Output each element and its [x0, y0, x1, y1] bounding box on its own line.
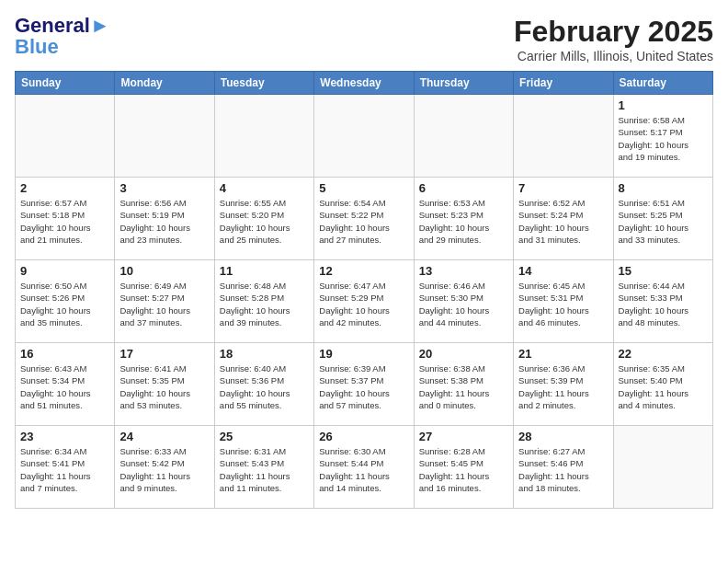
day-info: Sunrise: 6:34 AMSunset: 5:41 PMDaylight:…	[20, 445, 109, 494]
day-number: 24	[119, 430, 209, 443]
day-number: 6	[419, 181, 508, 195]
calendar-cell-w1-d5: 7Sunrise: 6:52 AMSunset: 5:24 PMDaylight…	[514, 178, 613, 260]
day-number: 19	[319, 347, 408, 361]
weekday-header-friday: Friday	[514, 72, 613, 95]
calendar-cell-w2-d5: 14Sunrise: 6:45 AMSunset: 5:31 PMDayligh…	[514, 260, 613, 343]
page-header: General► Blue February 2025 Carrier Mill…	[15, 15, 713, 63]
calendar-cell-w4-d3: 26Sunrise: 6:30 AMSunset: 5:44 PMDayligh…	[314, 426, 414, 509]
calendar-cell-w3-d2: 18Sunrise: 6:40 AMSunset: 5:36 PMDayligh…	[214, 343, 313, 426]
day-info: Sunrise: 6:52 AMSunset: 5:24 PMDaylight:…	[518, 197, 608, 246]
day-info: Sunrise: 6:47 AMSunset: 5:29 PMDaylight:…	[319, 280, 408, 328]
day-info: Sunrise: 6:46 AMSunset: 5:30 PMDaylight:…	[419, 280, 508, 328]
calendar-cell-w3-d5: 21Sunrise: 6:36 AMSunset: 5:39 PMDayligh…	[514, 343, 613, 426]
day-info: Sunrise: 6:36 AMSunset: 5:39 PMDaylight:…	[518, 362, 608, 411]
day-number: 16	[20, 347, 109, 361]
day-info: Sunrise: 6:49 AMSunset: 5:27 PMDaylight:…	[119, 280, 209, 328]
day-info: Sunrise: 6:50 AMSunset: 5:26 PMDaylight:…	[20, 280, 109, 328]
day-number: 7	[518, 181, 608, 195]
calendar-cell-w4-d1: 24Sunrise: 6:33 AMSunset: 5:42 PMDayligh…	[115, 426, 214, 509]
calendar-cell-w4-d5: 28Sunrise: 6:27 AMSunset: 5:46 PMDayligh…	[514, 426, 613, 509]
calendar-cell-w3-d6: 22Sunrise: 6:35 AMSunset: 5:40 PMDayligh…	[613, 343, 712, 426]
calendar-cell-w0-d1	[115, 95, 214, 178]
month-title: February 2025	[514, 15, 713, 49]
calendar-cell-w4-d6	[613, 426, 712, 509]
day-number: 8	[619, 181, 708, 195]
day-info: Sunrise: 6:55 AMSunset: 5:20 PMDaylight:…	[220, 197, 309, 246]
calendar-cell-w3-d3: 19Sunrise: 6:39 AMSunset: 5:37 PMDayligh…	[314, 343, 414, 426]
calendar-cell-w1-d0: 2Sunrise: 6:57 AMSunset: 5:18 PMDaylight…	[16, 178, 115, 260]
day-number: 26	[319, 430, 408, 443]
calendar-cell-w2-d0: 9Sunrise: 6:50 AMSunset: 5:26 PMDaylight…	[16, 260, 115, 343]
day-info: Sunrise: 6:27 AMSunset: 5:46 PMDaylight:…	[518, 445, 608, 494]
day-number: 20	[419, 347, 508, 361]
day-info: Sunrise: 6:53 AMSunset: 5:23 PMDaylight:…	[419, 197, 508, 246]
calendar-cell-w0-d2	[214, 95, 313, 178]
day-info: Sunrise: 6:40 AMSunset: 5:36 PMDaylight:…	[220, 362, 309, 411]
calendar-cell-w0-d4	[414, 95, 513, 178]
calendar-cell-w0-d3	[314, 95, 414, 178]
day-number: 11	[220, 264, 309, 278]
day-info: Sunrise: 6:56 AMSunset: 5:19 PMDaylight:…	[119, 197, 209, 246]
day-number: 1	[619, 98, 708, 112]
weekday-header-monday: Monday	[115, 72, 214, 95]
calendar-cell-w4-d2: 25Sunrise: 6:31 AMSunset: 5:43 PMDayligh…	[214, 426, 313, 509]
calendar-cell-w3-d0: 16Sunrise: 6:43 AMSunset: 5:34 PMDayligh…	[16, 343, 115, 426]
day-number: 5	[319, 181, 408, 195]
calendar-cell-w4-d4: 27Sunrise: 6:28 AMSunset: 5:45 PMDayligh…	[414, 426, 513, 509]
day-info: Sunrise: 6:57 AMSunset: 5:18 PMDaylight:…	[20, 197, 109, 246]
day-info: Sunrise: 6:58 AMSunset: 5:17 PMDaylight:…	[619, 114, 708, 163]
day-number: 13	[419, 264, 508, 278]
day-number: 10	[119, 264, 209, 278]
day-info: Sunrise: 6:54 AMSunset: 5:22 PMDaylight:…	[319, 197, 408, 246]
day-number: 9	[20, 264, 109, 278]
day-info: Sunrise: 6:44 AMSunset: 5:33 PMDaylight:…	[619, 280, 708, 328]
day-number: 17	[119, 347, 209, 361]
logo: General► Blue	[15, 15, 110, 59]
day-number: 4	[220, 181, 309, 195]
calendar-cell-w4-d0: 23Sunrise: 6:34 AMSunset: 5:41 PMDayligh…	[16, 426, 115, 509]
day-number: 3	[119, 181, 209, 195]
day-number: 21	[518, 347, 608, 361]
day-info: Sunrise: 6:39 AMSunset: 5:37 PMDaylight:…	[319, 362, 408, 411]
calendar-cell-w2-d1: 10Sunrise: 6:49 AMSunset: 5:27 PMDayligh…	[115, 260, 214, 343]
day-number: 2	[20, 181, 109, 195]
day-number: 12	[319, 264, 408, 278]
calendar-cell-w1-d6: 8Sunrise: 6:51 AMSunset: 5:25 PMDaylight…	[613, 178, 712, 260]
calendar-cell-w1-d2: 4Sunrise: 6:55 AMSunset: 5:20 PMDaylight…	[214, 178, 313, 260]
day-info: Sunrise: 6:38 AMSunset: 5:38 PMDaylight:…	[419, 362, 508, 411]
calendar-cell-w3-d1: 17Sunrise: 6:41 AMSunset: 5:35 PMDayligh…	[115, 343, 214, 426]
day-info: Sunrise: 6:28 AMSunset: 5:45 PMDaylight:…	[419, 445, 508, 494]
logo-text: General►	[15, 15, 110, 37]
day-info: Sunrise: 6:45 AMSunset: 5:31 PMDaylight:…	[518, 280, 608, 328]
calendar-cell-w0-d0	[16, 95, 115, 178]
calendar-cell-w2-d3: 12Sunrise: 6:47 AMSunset: 5:29 PMDayligh…	[314, 260, 414, 343]
day-info: Sunrise: 6:35 AMSunset: 5:40 PMDaylight:…	[619, 362, 708, 411]
day-number: 18	[220, 347, 309, 361]
calendar-cell-w1-d1: 3Sunrise: 6:56 AMSunset: 5:19 PMDaylight…	[115, 178, 214, 260]
day-info: Sunrise: 6:33 AMSunset: 5:42 PMDaylight:…	[119, 445, 209, 494]
logo-blue: Blue	[15, 35, 59, 59]
day-number: 25	[220, 430, 309, 443]
calendar-table: SundayMondayTuesdayWednesdayThursdayFrid…	[15, 71, 713, 509]
weekday-header-sunday: Sunday	[16, 72, 115, 95]
calendar-cell-w3-d4: 20Sunrise: 6:38 AMSunset: 5:38 PMDayligh…	[414, 343, 513, 426]
day-number: 15	[619, 264, 708, 278]
day-info: Sunrise: 6:41 AMSunset: 5:35 PMDaylight:…	[119, 362, 209, 411]
day-info: Sunrise: 6:48 AMSunset: 5:28 PMDaylight:…	[220, 280, 309, 328]
calendar-cell-w2-d6: 15Sunrise: 6:44 AMSunset: 5:33 PMDayligh…	[613, 260, 712, 343]
day-info: Sunrise: 6:43 AMSunset: 5:34 PMDaylight:…	[20, 362, 109, 411]
calendar-cell-w0-d5	[514, 95, 613, 178]
weekday-header-thursday: Thursday	[414, 72, 513, 95]
location-title: Carrier Mills, Illinois, United States	[514, 49, 713, 63]
weekday-header-saturday: Saturday	[613, 72, 712, 95]
calendar-cell-w0-d6: 1Sunrise: 6:58 AMSunset: 5:17 PMDaylight…	[613, 95, 712, 178]
day-info: Sunrise: 6:30 AMSunset: 5:44 PMDaylight:…	[319, 445, 408, 494]
day-info: Sunrise: 6:31 AMSunset: 5:43 PMDaylight:…	[220, 445, 309, 494]
weekday-header-tuesday: Tuesday	[214, 72, 313, 95]
day-number: 14	[518, 264, 608, 278]
calendar-cell-w2-d2: 11Sunrise: 6:48 AMSunset: 5:28 PMDayligh…	[214, 260, 313, 343]
day-info: Sunrise: 6:51 AMSunset: 5:25 PMDaylight:…	[619, 197, 708, 246]
title-block: February 2025 Carrier Mills, Illinois, U…	[514, 15, 713, 63]
weekday-header-wednesday: Wednesday	[314, 72, 414, 95]
day-number: 28	[518, 430, 608, 443]
